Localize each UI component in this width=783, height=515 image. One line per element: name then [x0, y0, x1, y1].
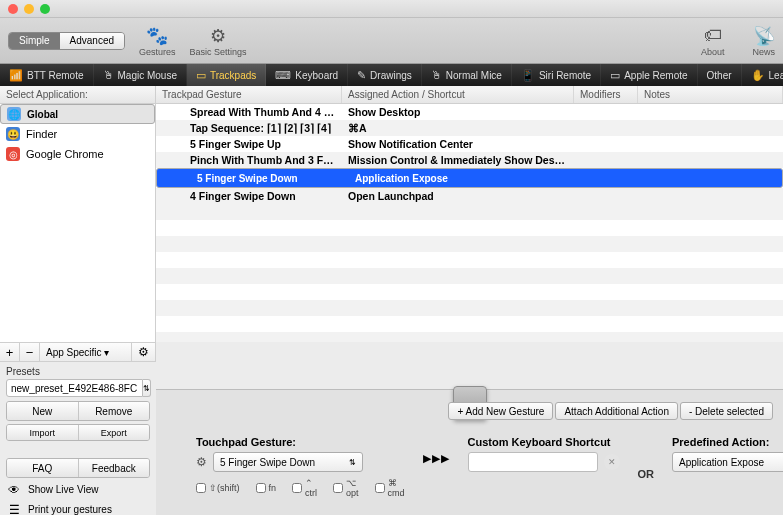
touchpad-gesture-value: 5 Finger Swipe Down	[220, 457, 315, 468]
table-row[interactable]: 4 Finger Swipe DownOpen Launchpad	[156, 188, 783, 204]
app-icon: ◎	[6, 147, 20, 161]
app-icon: 😃	[6, 127, 20, 141]
application-list: 🌐Global😃Finder◎Google Chrome	[0, 104, 155, 342]
device-icon: ▭	[610, 69, 620, 82]
feedback-button[interactable]: Feedback	[78, 459, 150, 477]
export-button[interactable]: Export	[78, 425, 150, 440]
device-tab-apple-remote[interactable]: ▭Apple Remote	[601, 64, 697, 86]
col-modifiers[interactable]: Modifiers	[574, 86, 638, 103]
device-tab-label: Leap	[769, 70, 783, 81]
preset-name-input[interactable]	[6, 379, 143, 397]
arrow-icon: ▶▶▶	[423, 452, 450, 465]
col-action[interactable]: Assigned Action / Shortcut	[342, 86, 574, 103]
app-row-google-chrome[interactable]: ◎Google Chrome	[0, 144, 155, 164]
table-row[interactable]: Tap Sequence: ⌈1⌉ ⌈2⌉ ⌈3⌉ ⌈4⌉⌘A	[156, 120, 783, 136]
device-tab-other[interactable]: Other	[698, 64, 742, 86]
tag-icon: 🏷	[702, 25, 724, 47]
sidebar: Select Application: 🌐Global😃Finder◎Googl…	[0, 86, 156, 342]
device-icon: ⌨	[275, 69, 291, 82]
remove-preset-button[interactable]: Remove	[78, 402, 150, 420]
device-icon: ✎	[357, 69, 366, 82]
device-tab-leap[interactable]: ✋Leap	[742, 64, 783, 86]
app-row-finder[interactable]: 😃Finder	[0, 124, 155, 144]
device-tab-label: Apple Remote	[624, 70, 687, 81]
or-label: OR	[638, 468, 655, 480]
new-preset-button[interactable]: New	[7, 402, 78, 420]
device-icon: 📶	[9, 69, 23, 82]
predefined-action-select[interactable]: Application Expose ⇅	[672, 452, 783, 472]
touchpad-gesture-select[interactable]: 5 Finger Swipe Down ⇅	[213, 452, 363, 472]
delete-selected-button[interactable]: - Delete selected	[680, 402, 773, 420]
news-button[interactable]: 📡 News	[752, 25, 775, 57]
device-tab-btt-remote[interactable]: 📶BTT Remote	[0, 64, 94, 86]
device-icon: ▭	[196, 69, 206, 82]
device-tab-label: Other	[707, 70, 732, 81]
sidebar-header: Select Application:	[0, 86, 155, 104]
titlebar	[0, 0, 783, 18]
device-tab-magic-mouse[interactable]: 🖱Magic Mouse	[94, 64, 187, 86]
gesture-table: Trackpad Gesture Assigned Action / Short…	[156, 86, 783, 342]
simple-mode-button[interactable]: Simple	[9, 33, 60, 49]
mod-fn[interactable]: fn	[256, 483, 277, 493]
device-tab-label: Keyboard	[295, 70, 338, 81]
table-body: Spread With Thumb And 4 FingersShow Desk…	[156, 104, 783, 342]
device-tab-label: Magic Mouse	[118, 70, 177, 81]
mod-opt[interactable]: ⌥ opt	[333, 478, 359, 498]
sidebar-gear-icon[interactable]: ⚙	[132, 343, 156, 361]
cell-action: Application Expose	[349, 173, 581, 184]
clear-shortcut-icon[interactable]: ✕	[604, 454, 620, 470]
show-live-view[interactable]: 👁 Show Live View	[6, 481, 150, 498]
touchpad-gesture-label: Touchpad Gesture:	[196, 436, 405, 448]
gesture-settings-icon[interactable]: ⚙	[196, 455, 207, 469]
add-gesture-button[interactable]: + Add New Gesture	[448, 402, 553, 420]
cell-action: Open Launchpad	[342, 190, 574, 202]
print-gestures[interactable]: ☰ Print your gestures	[6, 501, 150, 515]
attach-action-button[interactable]: Attach Additional Action	[555, 402, 678, 420]
news-label: News	[752, 47, 775, 57]
faq-button[interactable]: FAQ	[7, 459, 78, 477]
mod-cmd[interactable]: ⌘ cmd	[375, 478, 405, 498]
col-notes[interactable]: Notes	[638, 86, 783, 103]
device-tab-siri-remote[interactable]: 📱Siri Remote	[512, 64, 601, 86]
toolbar: Simple Advanced 🐾 Gestures ⚙ Basic Setti…	[0, 18, 783, 64]
chevron-updown-icon: ⇅	[349, 458, 356, 467]
device-icon: ✋	[751, 69, 765, 82]
table-row[interactable]: 5 Finger Swipe DownApplication Expose	[156, 168, 783, 188]
cell-gesture: Spread With Thumb And 4 Fingers	[156, 106, 342, 118]
zoom-window-icon[interactable]	[40, 4, 50, 14]
device-icon: 📱	[521, 69, 535, 82]
basic-settings-label: Basic Settings	[190, 47, 247, 57]
cell-gesture: 4 Finger Swipe Down	[156, 190, 342, 202]
about-button[interactable]: 🏷 About	[701, 25, 725, 57]
mod-shift[interactable]: ⇧(shift)	[196, 483, 240, 493]
cell-gesture: Tap Sequence: ⌈1⌉ ⌈2⌉ ⌈3⌉ ⌈4⌉	[156, 122, 342, 134]
device-tab-keyboard[interactable]: ⌨Keyboard	[266, 64, 348, 86]
gestures-tab[interactable]: 🐾 Gestures	[139, 25, 176, 57]
preset-stepper[interactable]: ⇅	[143, 379, 151, 397]
table-row[interactable]: Pinch With Thumb And 3 FingersMission Co…	[156, 152, 783, 168]
device-tab-trackpads[interactable]: ▭Trackpads	[187, 64, 266, 86]
add-app-button[interactable]: +	[0, 343, 20, 361]
close-window-icon[interactable]	[8, 4, 18, 14]
cell-action: Show Desktop	[342, 106, 574, 118]
advanced-mode-button[interactable]: Advanced	[60, 33, 124, 49]
table-row[interactable]: 5 Finger Swipe UpShow Notification Cente…	[156, 136, 783, 152]
cell-gesture: 5 Finger Swipe Down	[163, 173, 349, 184]
mod-ctrl[interactable]: ⌃ ctrl	[292, 478, 317, 498]
app-row-global[interactable]: 🌐Global	[0, 104, 155, 124]
about-label: About	[701, 47, 725, 57]
remove-app-button[interactable]: −	[20, 343, 40, 361]
device-tab-normal-mice[interactable]: 🖱Normal Mice	[422, 64, 512, 86]
app-specific-dropdown[interactable]: App Specific ▾	[40, 343, 132, 361]
device-tab-label: Siri Remote	[539, 70, 591, 81]
modifier-row: ⇧(shift) fn ⌃ ctrl ⌥ opt ⌘ cmd	[196, 478, 405, 498]
print-label: Print your gestures	[28, 504, 112, 515]
import-button[interactable]: Import	[7, 425, 78, 440]
device-tab-drawings[interactable]: ✎Drawings	[348, 64, 422, 86]
shortcut-input[interactable]	[468, 452, 598, 472]
table-row[interactable]: Spread With Thumb And 4 FingersShow Desk…	[156, 104, 783, 120]
basic-settings-tab[interactable]: ⚙ Basic Settings	[190, 25, 247, 57]
minimize-window-icon[interactable]	[24, 4, 34, 14]
col-gesture[interactable]: Trackpad Gesture	[156, 86, 342, 103]
device-tab-label: BTT Remote	[27, 70, 84, 81]
